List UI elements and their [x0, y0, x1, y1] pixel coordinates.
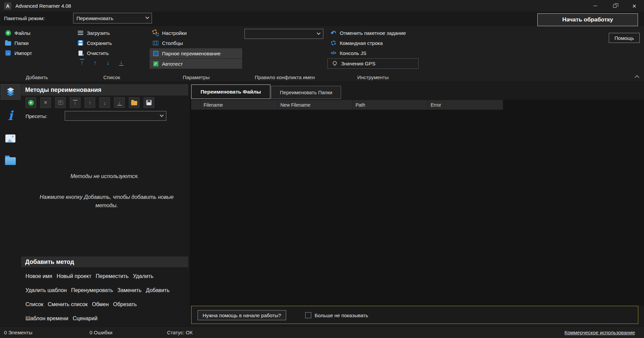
method-link-remove-pattern[interactable]: Удалить шаблон: [25, 287, 67, 293]
content-area: ◆ ◆ ◆ i Методы переименования + × × ↑ ↑ …: [0, 82, 644, 326]
remove-all-methods-button[interactable]: ×: [55, 97, 66, 108]
help-prompt-bar: Нужна помощь в начале работы? Больше не …: [191, 306, 638, 324]
add-method-section-header: Добавить метод: [21, 257, 188, 267]
name-conflict-select[interactable]: [245, 29, 323, 39]
method-move-top-button[interactable]: ↑: [70, 97, 80, 108]
start-batch-button[interactable]: Начать обработку: [537, 13, 638, 26]
move-down-button[interactable]: ↓: [106, 60, 110, 66]
method-link-script[interactable]: Сценарий: [73, 316, 98, 322]
dont-show-again-checkbox[interactable]: [305, 312, 311, 318]
empty-methods-hint: Нажмите кнопку Добавить, чтобы добавить …: [35, 193, 179, 210]
tab-rename-files-label: Переименовать Файлы: [201, 89, 261, 95]
status-items-count: 0 Элементы: [4, 330, 32, 335]
method-link-list[interactable]: Список: [25, 301, 43, 307]
columns-icon: [153, 41, 158, 45]
move-bottom-button[interactable]: ↓: [119, 59, 123, 66]
maximize-button[interactable]: [605, 0, 625, 12]
remove-method-button[interactable]: ×: [40, 97, 51, 108]
chevron-down-icon: [160, 113, 163, 117]
chevron-down-icon: [145, 15, 149, 19]
method-link-new-name[interactable]: Новое имя: [25, 273, 52, 279]
sidebar-tab-methods[interactable]: ◆ ◆ ◆: [1, 84, 20, 100]
sidebar-tab-info[interactable]: i: [0, 108, 21, 123]
advanced-renamer-window: A Advanced Renamer 4.08 × Пакетный режим…: [0, 0, 644, 338]
ribbon-group-label-tools: Инструменты: [357, 74, 389, 80]
method-link-new-case[interactable]: Новый проект: [57, 273, 92, 279]
pair-renaming-toggle[interactable]: Парное переименование: [150, 48, 242, 58]
add-folders-button[interactable]: Папки: [2, 38, 31, 48]
gps-values-button[interactable]: Значения GPS: [329, 59, 378, 68]
method-link-list-replace[interactable]: Сменить список: [48, 301, 88, 307]
save-icon: [78, 40, 83, 46]
undo-icon: ↶: [331, 30, 336, 36]
batch-mode-value: Переименовать: [76, 15, 113, 21]
method-link-remove[interactable]: Удалить: [133, 273, 153, 279]
batch-mode-select[interactable]: Переименовать: [73, 13, 152, 23]
tab-rename-folders[interactable]: Переименовать Папки: [271, 86, 341, 99]
getting-started-help-button[interactable]: Нужна помощь в начале работы?: [198, 310, 286, 320]
commercial-use-link[interactable]: Коммерческое использование: [565, 330, 635, 335]
list-icon: [78, 31, 83, 35]
column-path[interactable]: Path: [353, 100, 428, 110]
method-link-move[interactable]: Переместить: [96, 273, 128, 279]
method-link-add[interactable]: Добавить: [146, 287, 170, 293]
move-up-button[interactable]: ↑: [93, 60, 97, 66]
app-icon: A: [4, 2, 11, 10]
statusbar: 0 Элементы 0 Ошибки Статус: ОК Коммерчес…: [0, 326, 644, 338]
methods-panel-header: Методы переименования: [21, 84, 188, 96]
js-console-button[interactable]: </> Консоль JS: [327, 48, 369, 58]
reorder-buttons: ↑ ↑ ↓ ↓: [80, 59, 123, 66]
minimize-button[interactable]: [586, 0, 605, 12]
save-preset-button[interactable]: [144, 97, 154, 108]
tab-rename-files[interactable]: Переименовать Файлы: [191, 84, 270, 99]
load-list-button[interactable]: Загрузить: [74, 28, 113, 38]
clear-list-button[interactable]: Очистить: [74, 48, 111, 58]
gear-icon: [331, 41, 336, 45]
command-line-button[interactable]: Командная строка: [327, 38, 385, 48]
autotest-toggle[interactable]: ✓ Автотест: [150, 59, 242, 69]
method-link-replace[interactable]: Заменить: [117, 287, 142, 293]
method-link-timestamp[interactable]: Шаблон времени: [25, 316, 68, 322]
method-link-swap[interactable]: Обмен: [92, 301, 109, 307]
add-method-title: Добавить метод: [25, 259, 74, 266]
sidebar-tab-image[interactable]: [0, 131, 21, 146]
help-button[interactable]: Помощь: [609, 33, 640, 43]
method-link-renumber[interactable]: Перенумеровать: [71, 287, 113, 293]
tab-rename-folders-label: Переименовать Папки: [280, 90, 332, 95]
method-move-up-button[interactable]: ↑: [85, 97, 95, 108]
column-gutter: [191, 100, 201, 110]
method-move-bottom-button[interactable]: ↓: [114, 97, 125, 108]
column-error[interactable]: Error: [428, 100, 503, 110]
columns-button[interactable]: Столбцы: [150, 38, 185, 48]
window-controls: ×: [586, 0, 644, 12]
status-state: Статус: ОК: [167, 330, 193, 335]
close-icon: ×: [632, 3, 636, 9]
method-links-row: Удалить шаблон Перенумеровать Заменить Д…: [25, 287, 170, 293]
close-button[interactable]: ×: [625, 0, 644, 12]
window-title: Advanced Renamer 4.08: [15, 3, 71, 9]
arrow-bottom-icon: ↓: [117, 100, 122, 106]
open-preset-button[interactable]: [129, 97, 140, 108]
method-links-row: Шаблон времени Сценарий: [25, 316, 98, 322]
sidebar-tab-folders[interactable]: [0, 153, 21, 168]
column-new-filename[interactable]: New Filename: [278, 100, 353, 110]
add-files-button[interactable]: + Файлы: [2, 28, 33, 38]
plus-icon: +: [28, 100, 34, 106]
save-list-button[interactable]: Сохранить: [74, 38, 115, 48]
undo-batch-button[interactable]: ↶ Отменить пакетное задание: [327, 28, 409, 38]
settings-button[interactable]: Настройки: [150, 28, 190, 38]
presets-select[interactable]: [65, 111, 166, 121]
method-link-trim[interactable]: Обрезать: [113, 301, 137, 307]
file-list-header: Filename New Filename Path Error: [191, 100, 503, 110]
chevron-down-icon: [317, 31, 320, 35]
file-list[interactable]: Filename New Filename Path Error: [190, 100, 644, 306]
method-move-down-button[interactable]: ↓: [99, 97, 110, 108]
add-method-button[interactable]: +: [25, 97, 36, 108]
move-top-button[interactable]: ↑: [80, 59, 84, 66]
import-button[interactable]: → Импорт: [2, 48, 35, 58]
methods-panel-title: Методы переименования: [25, 87, 101, 94]
methods-panel: Методы переименования + × × ↑ ↑ ↓ ↓ Прес…: [21, 82, 190, 326]
titlebar: A Advanced Renamer 4.08 ×: [0, 0, 644, 12]
column-filename[interactable]: Filename: [201, 100, 278, 110]
collapse-ribbon-chevron-icon[interactable]: [635, 75, 639, 80]
